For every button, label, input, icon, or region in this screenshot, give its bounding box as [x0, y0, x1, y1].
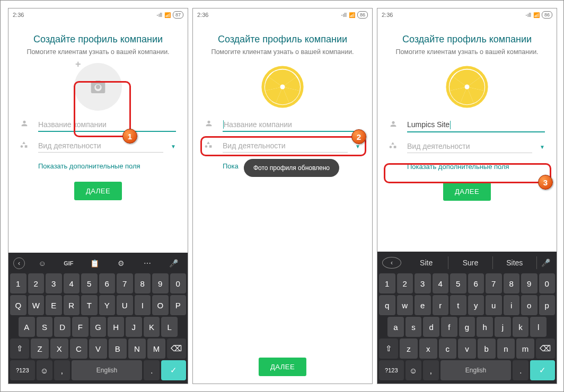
- company-name-input[interactable]: Название компании: [223, 118, 360, 132]
- key-0[interactable]: 0: [539, 273, 556, 293]
- key-7[interactable]: 7: [486, 273, 502, 293]
- key-3[interactable]: 3: [46, 273, 62, 293]
- key-o[interactable]: o: [521, 295, 537, 315]
- kb-collapse-icon[interactable]: ‹: [13, 257, 25, 269]
- symbols-key[interactable]: ?123: [10, 360, 35, 380]
- key-I[interactable]: I: [135, 295, 151, 315]
- key-z[interactable]: z: [400, 338, 418, 359]
- activity-input[interactable]: [38, 139, 163, 153]
- next-button[interactable]: ДАЛЕЕ: [259, 358, 306, 376]
- space-key[interactable]: English: [72, 360, 142, 380]
- key-q[interactable]: q: [379, 295, 395, 315]
- kb-mic-icon[interactable]: 🎤: [165, 256, 183, 270]
- key-x[interactable]: x: [419, 338, 437, 359]
- kb-settings-icon[interactable]: ⚙: [112, 256, 130, 270]
- key-T[interactable]: T: [81, 295, 98, 315]
- key-L[interactable]: L: [161, 317, 178, 337]
- key-n[interactable]: n: [497, 338, 515, 359]
- key-U[interactable]: U: [117, 295, 133, 315]
- key-5[interactable]: 5: [450, 273, 466, 293]
- key-Y[interactable]: Y: [99, 295, 116, 315]
- key-w[interactable]: w: [397, 295, 413, 315]
- comma-key[interactable]: ,: [54, 360, 70, 380]
- key-7[interactable]: 7: [117, 273, 133, 293]
- key-g[interactable]: g: [459, 317, 475, 337]
- activity-input[interactable]: [407, 140, 532, 153]
- key-Q[interactable]: Q: [10, 295, 27, 315]
- key-F[interactable]: F: [72, 317, 89, 337]
- shift-key[interactable]: ⇧: [379, 338, 398, 359]
- kb-mic-icon[interactable]: 🎤: [537, 256, 555, 270]
- key-a[interactable]: a: [387, 317, 404, 337]
- key-8[interactable]: 8: [504, 273, 520, 293]
- key-6[interactable]: 6: [99, 273, 116, 293]
- key-u[interactable]: u: [486, 295, 502, 315]
- key-4[interactable]: 4: [433, 273, 449, 293]
- activity-input[interactable]: [223, 139, 348, 153]
- enter-key[interactable]: ✓: [161, 360, 186, 380]
- key-5[interactable]: 5: [81, 273, 98, 293]
- kb-sticker-icon[interactable]: ☺: [33, 256, 51, 270]
- company-name-field[interactable]: Название компании: [205, 118, 360, 132]
- key-s[interactable]: s: [406, 317, 422, 337]
- key-8[interactable]: 8: [135, 273, 151, 293]
- next-button[interactable]: ДАЛЕЕ: [74, 182, 122, 200]
- key-i[interactable]: i: [504, 295, 520, 315]
- company-name-field[interactable]: Lumpics Site: [389, 118, 545, 132]
- activity-field[interactable]: ▼: [20, 139, 176, 153]
- key-9[interactable]: 9: [152, 273, 169, 293]
- company-name-input[interactable]: Lumpics Site: [407, 118, 545, 132]
- key-l[interactable]: l: [530, 317, 547, 337]
- enter-key[interactable]: ✓: [530, 360, 555, 380]
- key-P[interactable]: P: [170, 295, 187, 315]
- kb-more-icon[interactable]: ⋯: [138, 256, 156, 270]
- key-r[interactable]: r: [433, 295, 449, 315]
- key-f[interactable]: f: [441, 317, 457, 337]
- key-j[interactable]: j: [495, 317, 511, 337]
- show-more-link[interactable]: Показать дополнительные поля: [407, 163, 545, 171]
- key-6[interactable]: 6: [468, 273, 484, 293]
- key-2[interactable]: 2: [397, 273, 413, 293]
- key-b[interactable]: b: [478, 338, 496, 359]
- key-4[interactable]: 4: [64, 273, 80, 293]
- period-key[interactable]: .: [513, 360, 528, 380]
- kb-clipboard-icon[interactable]: 📋: [86, 256, 104, 270]
- shift-key[interactable]: ⇧: [10, 338, 29, 359]
- space-key[interactable]: English: [440, 360, 511, 380]
- key-Z[interactable]: Z: [31, 338, 49, 359]
- key-3[interactable]: 3: [415, 273, 431, 293]
- key-C[interactable]: C: [70, 338, 88, 359]
- key-S[interactable]: S: [37, 317, 53, 337]
- key-0[interactable]: 0: [170, 273, 187, 293]
- keyboard[interactable]: ‹ ☺ GIF 📋 ⚙ ⋯ 🎤 1234567890 QWERTYUIOP AS…: [8, 253, 188, 384]
- key-J[interactable]: J: [126, 317, 142, 337]
- key-y[interactable]: y: [468, 295, 484, 315]
- key-1[interactable]: 1: [10, 273, 27, 293]
- key-e[interactable]: e: [415, 295, 431, 315]
- avatar-image[interactable]: [443, 63, 491, 111]
- suggestion[interactable]: Sites: [493, 256, 537, 269]
- period-key[interactable]: .: [144, 360, 160, 380]
- key-1[interactable]: 1: [379, 273, 395, 293]
- next-button[interactable]: ДАЛЕЕ: [443, 182, 491, 201]
- key-k[interactable]: k: [513, 317, 529, 337]
- activity-field[interactable]: ▼: [389, 140, 545, 153]
- key-W[interactable]: W: [28, 295, 45, 315]
- key-E[interactable]: E: [46, 295, 62, 315]
- kb-gif-button[interactable]: GIF: [59, 256, 77, 270]
- key-K[interactable]: K: [144, 317, 160, 337]
- key-h[interactable]: h: [477, 317, 493, 337]
- key-B[interactable]: B: [109, 338, 127, 359]
- company-name-field[interactable]: [20, 118, 176, 132]
- keyboard[interactable]: ‹ Site Sure Sites 🎤 1234567890 qwertyuio…: [377, 252, 557, 384]
- key-c[interactable]: c: [439, 338, 457, 359]
- suggestion[interactable]: Site: [404, 256, 448, 269]
- avatar-image[interactable]: [259, 63, 306, 111]
- avatar-upload[interactable]: +: [74, 63, 122, 111]
- show-more-link[interactable]: Показать дополнительные поля: [38, 162, 176, 170]
- key-O[interactable]: O: [152, 295, 169, 315]
- company-name-input[interactable]: [38, 118, 176, 132]
- key-p[interactable]: p: [539, 295, 556, 315]
- key-G[interactable]: G: [90, 317, 107, 337]
- key-R[interactable]: R: [64, 295, 80, 315]
